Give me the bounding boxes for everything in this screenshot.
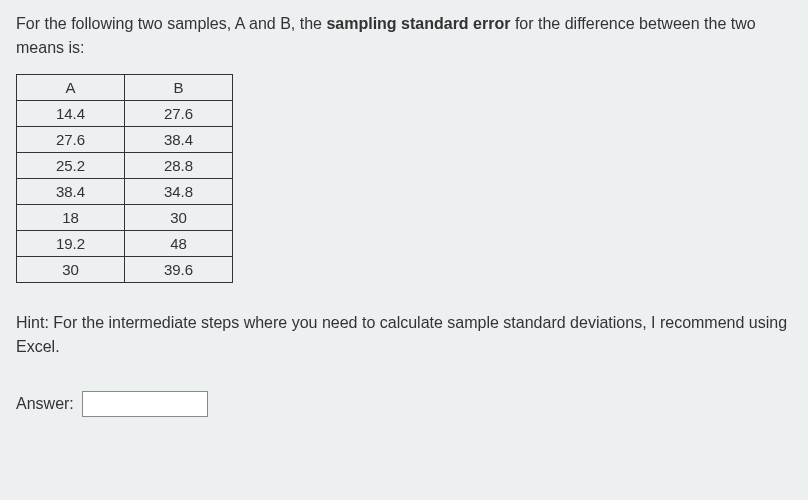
table-row: 25.2 28.8	[17, 153, 233, 179]
table-cell: 48	[125, 231, 233, 257]
question-bold: sampling standard error	[326, 15, 510, 32]
table-cell: 34.8	[125, 179, 233, 205]
table-cell: 27.6	[125, 101, 233, 127]
table-row: 30 39.6	[17, 257, 233, 283]
table-cell: 18	[17, 205, 125, 231]
question-text: For the following two samples, A and B, …	[16, 12, 792, 60]
answer-label: Answer:	[16, 395, 74, 413]
table-row: 27.6 38.4	[17, 127, 233, 153]
table-header-row: A B	[17, 75, 233, 101]
answer-row: Answer:	[16, 391, 792, 417]
table-cell: 25.2	[17, 153, 125, 179]
table-cell: 39.6	[125, 257, 233, 283]
answer-input[interactable]	[82, 391, 208, 417]
table-row: 14.4 27.6	[17, 101, 233, 127]
table-cell: 38.4	[17, 179, 125, 205]
table-cell: 30	[17, 257, 125, 283]
table-cell: 19.2	[17, 231, 125, 257]
table-header-cell: A	[17, 75, 125, 101]
question-prefix: For the following two samples, A and B, …	[16, 15, 326, 32]
table-header-cell: B	[125, 75, 233, 101]
table-row: 38.4 34.8	[17, 179, 233, 205]
table-cell: 30	[125, 205, 233, 231]
hint-text: Hint: For the intermediate steps where y…	[16, 311, 792, 359]
table-cell: 28.8	[125, 153, 233, 179]
data-table: A B 14.4 27.6 27.6 38.4 25.2 28.8 38.4 3…	[16, 74, 233, 283]
table-cell: 27.6	[17, 127, 125, 153]
table-row: 19.2 48	[17, 231, 233, 257]
table-cell: 14.4	[17, 101, 125, 127]
table-cell: 38.4	[125, 127, 233, 153]
table-row: 18 30	[17, 205, 233, 231]
